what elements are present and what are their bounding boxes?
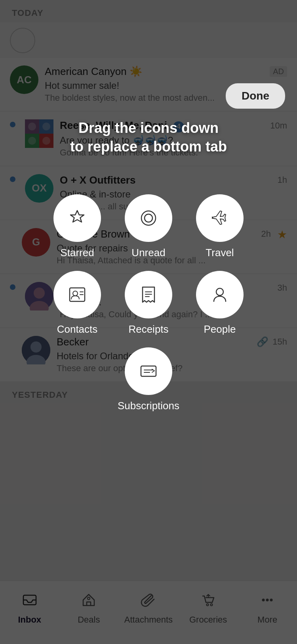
drag-overlay: Done Drag the icons down to replace a bo…	[0, 0, 297, 644]
travel-icon-circle[interactable]	[196, 194, 244, 242]
starred-icon-circle[interactable]	[53, 194, 101, 242]
icon-grid: Starred Unread Travel	[0, 194, 297, 412]
icon-row-1: Starred Unread Travel	[53, 194, 244, 259]
subscriptions-icon-circle[interactable]	[125, 347, 172, 395]
travel-icon-item[interactable]: Travel	[196, 194, 244, 259]
unread-icon-circle[interactable]	[125, 194, 172, 242]
contacts-icon-circle[interactable]	[53, 271, 101, 318]
contacts-label: Contacts	[57, 323, 98, 335]
svg-point-20	[141, 211, 156, 225]
svg-point-24	[216, 288, 223, 295]
done-button[interactable]: Done	[226, 83, 285, 109]
unread-icon-item[interactable]: Unread	[125, 194, 172, 259]
receipts-icon-circle[interactable]	[125, 271, 172, 318]
people-label: People	[204, 323, 236, 335]
people-icon-circle[interactable]	[196, 271, 244, 318]
receipts-label: Receipts	[128, 323, 168, 335]
starred-icon-item[interactable]: Starred	[53, 194, 101, 259]
icon-row-3: Subscriptions	[118, 347, 179, 412]
unread-label: Unread	[131, 247, 165, 259]
drag-hint-line1: Drag the icons down	[0, 119, 297, 138]
travel-label: Travel	[206, 247, 234, 259]
drag-hint: Drag the icons down to replace a bottom …	[0, 119, 297, 156]
svg-point-23	[73, 291, 78, 296]
starred-label: Starred	[60, 247, 94, 259]
svg-point-21	[145, 214, 152, 222]
subscriptions-icon-item[interactable]: Subscriptions	[118, 347, 179, 412]
subscriptions-label: Subscriptions	[118, 400, 179, 412]
contacts-icon-item[interactable]: Contacts	[53, 271, 101, 335]
receipts-icon-item[interactable]: Receipts	[125, 271, 172, 335]
people-icon-item[interactable]: People	[196, 271, 244, 335]
drag-hint-line2: to replace a bottom tab	[0, 138, 297, 156]
icon-row-2: Contacts Receipts	[53, 271, 244, 335]
